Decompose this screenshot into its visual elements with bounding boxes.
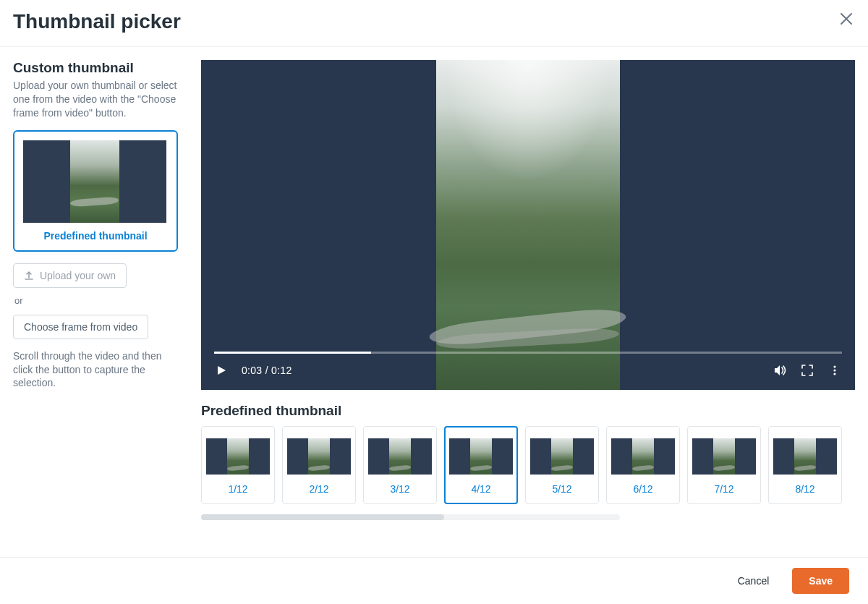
svg-point-2 xyxy=(833,373,835,375)
thumbnail-preview xyxy=(692,438,756,475)
thumbnail-label: 3/12 xyxy=(368,483,432,495)
thumbnail-label: 6/12 xyxy=(611,483,675,495)
upload-button-label: Upload your own xyxy=(40,270,116,281)
volume-button[interactable] xyxy=(773,363,787,378)
play-button[interactable] xyxy=(214,363,229,378)
cancel-button[interactable]: Cancel xyxy=(728,569,780,592)
main-area: 0:03 / 0:12 Predefined thumbnail 1/ xyxy=(201,60,855,557)
thumbnail-preview xyxy=(611,438,675,475)
modal-footer: Cancel Save xyxy=(0,557,868,604)
choose-frame-button-label: Choose frame from video xyxy=(24,321,137,333)
thumbnail-item[interactable]: 7/12 xyxy=(687,426,761,504)
svg-point-0 xyxy=(833,365,835,367)
thumbnail-item[interactable]: 1/12 xyxy=(201,426,275,504)
video-time-display: 0:03 / 0:12 xyxy=(242,365,292,376)
fullscreen-icon xyxy=(801,364,814,377)
video-player[interactable]: 0:03 / 0:12 xyxy=(201,60,855,390)
thumbnail-label: 4/12 xyxy=(449,483,513,495)
choose-frame-button[interactable]: Choose frame from video xyxy=(13,315,148,339)
thumbnail-preview xyxy=(287,438,351,475)
thumbnail-item[interactable]: 5/12 xyxy=(525,426,599,504)
upload-button[interactable]: Upload your own xyxy=(13,263,127,288)
thumbnails-scrollbar[interactable] xyxy=(201,514,620,520)
thumbnail-label: 2/12 xyxy=(287,483,351,495)
thumbnail-item[interactable]: 6/12 xyxy=(606,426,680,504)
modal-header: Thumbnail picker xyxy=(0,0,868,47)
thumbnail-preview xyxy=(530,438,594,475)
current-thumbnail-label: Predefined thumbnail xyxy=(23,230,168,242)
close-icon xyxy=(840,12,853,25)
current-thumbnail-preview xyxy=(23,140,166,223)
close-button[interactable] xyxy=(838,10,855,27)
thumbnail-label: 8/12 xyxy=(773,483,837,495)
fullscreen-button[interactable] xyxy=(800,363,814,378)
save-button[interactable]: Save xyxy=(792,568,849,594)
video-controls: 0:03 / 0:12 xyxy=(201,351,855,390)
cancel-button-label: Cancel xyxy=(738,575,770,587)
sidebar-heading: Custom thumbnail xyxy=(13,60,178,76)
more-vertical-icon xyxy=(829,365,841,376)
thumbnail-item[interactable]: 2/12 xyxy=(282,426,356,504)
play-icon xyxy=(216,365,227,376)
more-button[interactable] xyxy=(827,363,842,378)
thumbnails-list[interactable]: 1/12 2/12 3/12 4/12 5/12 6/12 7/12 8/12 xyxy=(201,426,855,514)
thumbnail-item[interactable]: 3/12 xyxy=(363,426,437,504)
or-separator: or xyxy=(14,295,178,306)
thumbnail-item[interactable]: 4/12 xyxy=(444,426,518,504)
sidebar-hint: Scroll through the video and then click … xyxy=(13,349,178,391)
svg-point-1 xyxy=(833,369,835,371)
sidebar-description: Upload your own thumbnail or select one … xyxy=(13,79,178,120)
thumbnail-label: 1/12 xyxy=(206,483,270,495)
thumbnail-preview xyxy=(449,438,513,475)
thumbnail-preview xyxy=(773,438,837,475)
thumbnail-item[interactable]: 8/12 xyxy=(768,426,842,504)
thumbnail-label: 5/12 xyxy=(530,483,594,495)
thumbnail-preview xyxy=(206,438,270,475)
current-thumbnail-card[interactable]: Predefined thumbnail xyxy=(13,130,178,252)
save-button-label: Save xyxy=(809,575,833,587)
upload-icon xyxy=(24,271,34,281)
volume-icon xyxy=(773,363,787,378)
thumbnail-label: 7/12 xyxy=(692,483,756,495)
sidebar: Custom thumbnail Upload your own thumbna… xyxy=(13,60,178,557)
thumbnails-section-title: Predefined thumbnail xyxy=(201,403,855,419)
page-title: Thumbnail picker xyxy=(13,10,181,33)
thumbnail-preview xyxy=(368,438,432,475)
